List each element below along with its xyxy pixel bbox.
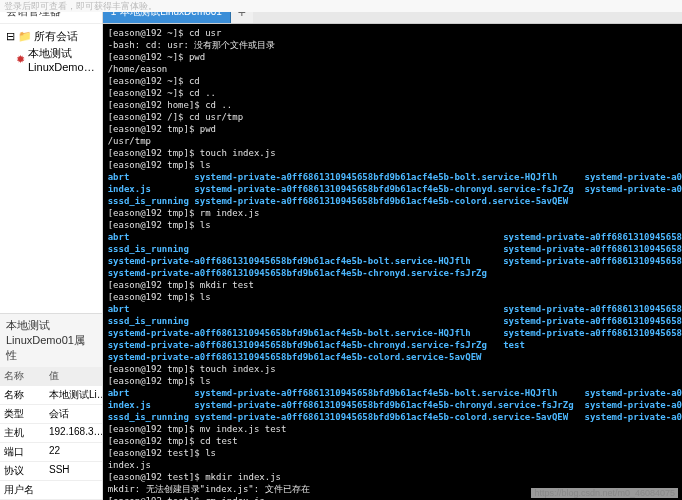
properties-grid: 名称 值 名称本地测试Li… 类型会话 主机192.168.3… 端口22 协议… bbox=[0, 367, 102, 500]
session-tree: ⊟ 📁 所有会话 ✹ 本地测试LinuxDemo… bbox=[0, 24, 102, 313]
prop-key: 用户名 bbox=[0, 481, 45, 500]
tree-session-label: 本地测试LinuxDemo… bbox=[28, 46, 98, 73]
prop-val: 22 bbox=[45, 443, 102, 462]
terminal-output[interactable]: [eason@192 ~]$ cd usr -bash: cd: usr: 没有… bbox=[103, 24, 682, 500]
col-value-header: 值 bbox=[45, 367, 102, 386]
main-area: 1 本地测试LinuxDemo01 + [eason@192 ~]$ cd us… bbox=[103, 0, 682, 500]
prop-key: 端口 bbox=[0, 443, 45, 462]
prop-key: 主机 bbox=[0, 424, 45, 443]
prop-key: 类型 bbox=[0, 405, 45, 424]
properties-panel: 本地测试LinuxDemo01属性 名称 值 名称本地测试Li… 类型会话 主机… bbox=[0, 313, 102, 500]
tree-root[interactable]: ⊟ 📁 所有会话 bbox=[2, 28, 100, 45]
prop-val bbox=[45, 481, 102, 500]
prop-key: 名称 bbox=[0, 386, 45, 405]
session-sidebar: 会话管理器 ⊟ 📁 所有会话 ✹ 本地测试LinuxDemo… 本地测试Linu… bbox=[0, 0, 103, 500]
prop-val: 本地测试Li… bbox=[45, 386, 102, 405]
col-name-header: 名称 bbox=[0, 367, 45, 386]
top-hint-bar: 登录后即可查看，即可获得丰富体验。 bbox=[0, 0, 682, 12]
globe-icon: ✹ bbox=[16, 54, 25, 66]
prop-val: 192.168.3… bbox=[45, 424, 102, 443]
folder-icon: 📁 bbox=[19, 31, 31, 43]
prop-val: SSH bbox=[45, 462, 102, 481]
prop-key: 协议 bbox=[0, 462, 45, 481]
tree-session-item[interactable]: ✹ 本地测试LinuxDemo… bbox=[2, 45, 100, 74]
minus-icon[interactable]: ⊟ bbox=[4, 31, 16, 43]
tree-root-label: 所有会话 bbox=[34, 29, 78, 44]
watermark: https://blog.csdn.net/m0_46084075 bbox=[531, 488, 678, 498]
prop-val: 会话 bbox=[45, 405, 102, 424]
properties-title: 本地测试LinuxDemo01属性 bbox=[0, 314, 102, 367]
